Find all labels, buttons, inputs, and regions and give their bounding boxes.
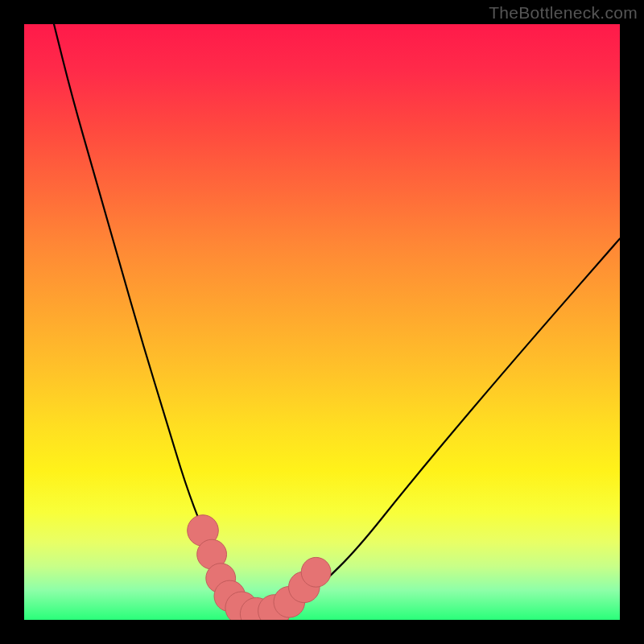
curve-marker	[301, 557, 331, 587]
bottleneck-curve	[54, 24, 620, 612]
curve-markers	[188, 515, 331, 620]
chart-svg	[24, 24, 620, 620]
chart-plot-area	[24, 24, 620, 620]
watermark-label: TheBottleneck.com	[489, 3, 638, 23]
chart-stage: TheBottleneck.com	[0, 0, 644, 644]
